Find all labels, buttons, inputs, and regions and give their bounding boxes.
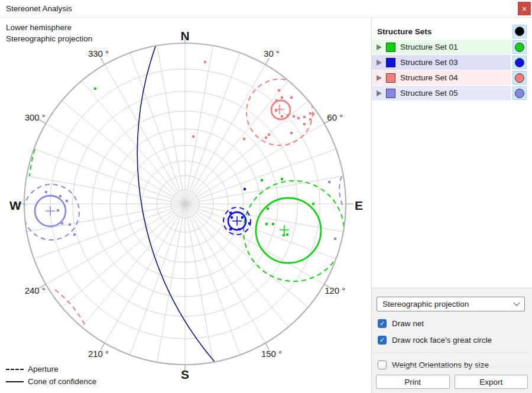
structure-set-04-pole-point	[287, 114, 289, 116]
structure-set-03-pole-point	[229, 228, 232, 230]
expand-arrow-icon[interactable]	[377, 44, 382, 50]
draw-net-label: Draw net	[392, 319, 424, 328]
expand-arrow-icon[interactable]	[377, 75, 382, 81]
controls-separator	[374, 352, 530, 353]
set-label: Structure Set 04	[400, 73, 458, 82]
set-color-swatch	[386, 73, 395, 83]
buttons-separator	[372, 366, 532, 367]
print-button[interactable]: Print	[376, 375, 450, 389]
set-color-picker-button[interactable]	[512, 40, 527, 54]
structure-set-04-pole-point	[290, 96, 293, 99]
checkbox-row-rock-face-great-circle[interactable]: ✓ Draw rock face's great circle	[378, 336, 525, 345]
set-color-picker-button[interactable]	[512, 56, 527, 69]
compass-label-E: E	[355, 199, 363, 212]
structure-set-05-pole-point	[73, 233, 76, 236]
projection-select[interactable]: Stereographic projection	[377, 297, 525, 311]
structure-set-01-aperture-circle	[244, 181, 344, 281]
annotation-projection: Stereographic projection	[6, 34, 92, 45]
structure-set-03-pole-point	[238, 228, 241, 230]
set-color-picker-button[interactable]	[512, 71, 527, 85]
structure-set-row-main[interactable]: Structure Set 01	[372, 40, 511, 54]
structure-set-04-pole-point	[278, 89, 280, 92]
structure-set-05-pole-point	[69, 223, 71, 226]
structure-sets-header: Structure Sets	[372, 24, 532, 39]
structure-set-01-pole-point	[261, 179, 263, 181]
structure-set-05-pole-point	[328, 181, 330, 183]
azimuth-label-60: 60 °	[327, 112, 343, 122]
structure-set-row-3[interactable]: Structure Set 04	[372, 70, 532, 85]
structure-set-01-pole-point	[312, 203, 314, 205]
structure-set-row-main[interactable]: Structure Set 03	[372, 55, 511, 70]
set-color-picker-button[interactable]	[512, 86, 527, 100]
structure-set-row-main[interactable]: Structure Set 04	[372, 70, 511, 85]
stereonet-plot: 30 °60 °120 °150 °210 °240 °300 °330 °NE…	[0, 18, 371, 393]
structure-set-05-pole-point	[57, 209, 59, 212]
weight-orientations-checkbox[interactable]	[378, 360, 387, 369]
structure-set-04-mean-cross	[275, 105, 284, 114]
azimuth-tick	[265, 58, 270, 64]
all-sets-color-button[interactable]	[512, 25, 527, 38]
compass-label-S: S	[181, 368, 189, 381]
structure-set-05-pole-point	[59, 195, 61, 197]
rock-face-great-circle-checkbox[interactable]: ✓	[378, 336, 387, 345]
checkbox-row-weight-orientations[interactable]: Weight Orientations by size	[378, 360, 525, 369]
structure-set-03-pole-point	[248, 222, 251, 225]
structure-set-04-pole-point	[281, 96, 283, 99]
azimuth-label-300: 300 °	[25, 112, 46, 122]
structure-set-04-pole-point	[303, 123, 306, 125]
structure-set-03-pole-point	[241, 216, 244, 219]
structure-set-04-pole-point	[297, 117, 300, 119]
close-button[interactable]: ✕	[518, 2, 531, 15]
structure-set-04-pole-point	[309, 118, 312, 121]
set-color-circle-icon	[515, 73, 524, 83]
structure-set-04-pole-point	[192, 135, 194, 138]
legend-aperture-label: Aperture	[28, 365, 59, 373]
annotation-hemisphere: Lower hemisphere	[6, 22, 92, 34]
legend-cone-label: Cone of confidence	[28, 377, 96, 386]
azimuth-label-120: 120 °	[325, 285, 345, 295]
expand-arrow-icon[interactable]	[377, 60, 382, 66]
azimuth-label-30: 30 °	[264, 48, 280, 59]
structure-set-row-2[interactable]: Structure Set 03	[372, 55, 532, 70]
legend-aperture: Aperture	[6, 363, 96, 375]
structure-sets-panel: Structure Sets Structure Set 01Structure…	[372, 18, 532, 288]
stereonet-canvas: 30 °60 °120 °150 °210 °240 °300 °330 °NE…	[0, 18, 371, 393]
solid-line-sample	[6, 381, 24, 382]
net-grid	[24, 43, 346, 365]
structure-set-01-cone-of-confidence-circle	[256, 198, 321, 263]
structure-set-05-mean-cross	[46, 206, 55, 216]
structure-set-01-pole-point	[94, 87, 96, 90]
export-button[interactable]: Export	[455, 375, 528, 389]
draw-net-checkbox[interactable]: ✓	[378, 319, 387, 328]
structure-set-01-pole-point	[272, 223, 274, 225]
structure-sets-title: Structure Sets	[377, 27, 511, 36]
set-color-swatch	[386, 58, 395, 67]
structure-set-row-4[interactable]: Structure Set 05	[372, 86, 532, 100]
structure-set-row-main[interactable]: Structure Set 05	[372, 86, 511, 100]
set-color-swatch	[386, 43, 395, 52]
structure-set-01-pole-point	[281, 178, 283, 180]
structure-set-03-pole-point	[244, 188, 246, 190]
rock-face-great-circle-label: Draw rock face's great circle	[392, 336, 492, 345]
structure-set-03-pole-point	[231, 216, 233, 219]
checkbox-row-draw-net[interactable]: ✓ Draw net	[378, 319, 525, 328]
structure-set-row-1[interactable]: Structure Set 01	[372, 40, 532, 54]
set-color-swatch	[386, 89, 395, 98]
structure-set-04-pole-point	[281, 115, 283, 118]
structure-set-04-pole-point	[204, 61, 206, 63]
legend-cone-of-confidence: Cone of confidence	[6, 375, 96, 388]
structure-set-05-pole-point	[61, 222, 63, 225]
structure-set-05-pole-point	[334, 238, 336, 240]
stereonet-analysis-window: Stereonet Analysis ✕ 30 °60 °120 °150 °2…	[0, 0, 532, 393]
structure-set-03-pole-point	[229, 212, 232, 214]
structure-set-01-mean-cross	[280, 225, 289, 235]
structure-set-04-pole-point	[275, 99, 278, 102]
structure-sets-list: Structure Set 01Structure Set 03Structur…	[372, 40, 532, 100]
window-title: Stereonet Analysis	[6, 4, 72, 13]
azimuth-tick	[101, 58, 105, 64]
weight-orientations-label: Weight Orientations by size	[392, 360, 489, 369]
titlebar: Stereonet Analysis ✕	[0, 0, 532, 18]
structure-set-05-pole-point	[45, 191, 47, 193]
expand-arrow-icon[interactable]	[377, 90, 382, 96]
azimuth-label-210: 210 °	[88, 349, 109, 359]
